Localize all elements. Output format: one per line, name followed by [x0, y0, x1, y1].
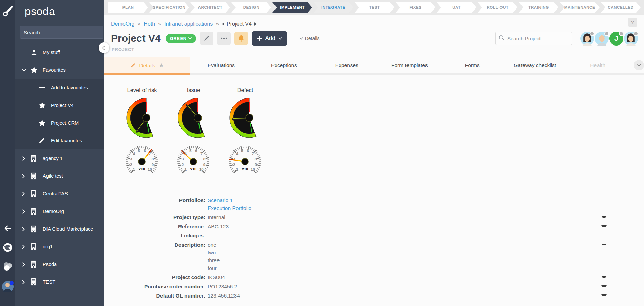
field-dropdown-caret[interactable] [601, 285, 607, 287]
psoda-logo-icon[interactable] [0, 4, 15, 17]
help-button[interactable]: ? [628, 18, 637, 27]
building-icon [30, 225, 38, 233]
avatar-man-2[interactable] [595, 32, 609, 46]
sidebar-collapse-button[interactable] [99, 42, 109, 53]
sidebar: psoda My stuffFavouritesAdd to favourite… [15, 0, 104, 306]
phase-specification[interactable]: SPECIFICATION [149, 2, 189, 13]
phase-uat[interactable]: UAT [437, 2, 476, 13]
field-dropdown-caret[interactable] [601, 216, 607, 218]
tab-forms[interactable]: Forms [441, 57, 504, 73]
breadcrumb-link-intranet-applications[interactable]: Intranet applications [164, 21, 213, 27]
sidebar-org-org1[interactable]: org1 [15, 238, 104, 255]
clusters-icon[interactable] [0, 261, 15, 272]
field-project-type: Project type:Internal [120, 213, 644, 221]
status-badge[interactable]: GREEN [166, 34, 196, 43]
svg-text:5: 5 [241, 149, 243, 153]
risk-fan-gauge [224, 95, 267, 139]
phase-implement[interactable]: IMPLEMENT [272, 2, 312, 13]
field-link-execution-portfolio[interactable]: Execution Portfolio [208, 204, 251, 212]
phase-test[interactable]: TEST [355, 2, 394, 13]
back-arrow-icon[interactable] [0, 224, 15, 232]
project-search [495, 32, 572, 45]
sidebar-search-input[interactable] [20, 26, 103, 39]
sidebar-org-test[interactable]: TEST [15, 273, 104, 291]
details-toggle-label: Details [305, 36, 320, 41]
sidebar-org-agile-test[interactable]: Agile test [15, 167, 104, 185]
phase-fixes[interactable]: FIXES [396, 2, 435, 13]
phase-cancelled[interactable]: CANCELLED [601, 2, 641, 13]
details-toggle[interactable]: Details [300, 36, 320, 41]
phase-maintenance[interactable]: MAINTENANCE [560, 2, 600, 13]
field-label: Reference: [120, 222, 205, 230]
dial-gauge: 12345678910x10 [224, 143, 267, 183]
breadcrumb-link-demoorg[interactable]: DemoOrg [111, 21, 134, 27]
user-avatar[interactable] [0, 281, 15, 293]
avatar-woman-4[interactable] [624, 32, 638, 46]
chevron-down-icon [279, 37, 282, 40]
tab-form-templates[interactable]: Form templates [378, 57, 441, 73]
svg-text:9: 9 [152, 163, 154, 167]
tab-health[interactable]: Health [566, 57, 629, 73]
tab-exceptions[interactable]: Exceptions [252, 57, 315, 73]
project-search-input[interactable] [495, 32, 572, 45]
sidebar-item-my-stuff[interactable]: My stuff [15, 43, 104, 61]
add-button[interactable]: Add [252, 31, 287, 46]
arrow-left-icon [101, 45, 107, 51]
star-icon[interactable]: ★ [159, 62, 164, 69]
sidebar-org-psoda[interactable]: Psoda [15, 255, 104, 273]
field-value: onetwothreefour [208, 241, 220, 272]
phase-plan[interactable]: PLAN [108, 2, 148, 13]
status-dot [633, 31, 638, 36]
field-dropdown-caret[interactable] [601, 276, 607, 278]
globe-icon[interactable] [0, 243, 15, 252]
edit-button[interactable] [200, 32, 213, 45]
chevron-right-icon [22, 280, 27, 284]
breadcrumb-prev-icon[interactable] [222, 22, 224, 26]
field-dropdown-caret[interactable] [601, 244, 607, 245]
notifications-button[interactable] [234, 32, 248, 45]
favourite-item-project-crm[interactable]: Project CRM [15, 114, 104, 132]
sidebar-org-agency-1[interactable]: agency 1 [15, 149, 104, 167]
pencil-icon [204, 35, 210, 41]
field-dropdown-caret[interactable] [601, 225, 607, 227]
tab-evaluations[interactable]: Evaluations [190, 57, 253, 73]
phase-design[interactable]: DESIGN [231, 2, 271, 13]
phase-roll-out[interactable]: ROLL-OUT [478, 2, 517, 13]
breadcrumb-next-icon[interactable] [254, 22, 257, 26]
favourite-item-add-to-favourites[interactable]: Add to favourites [15, 79, 104, 96]
person-icon [30, 49, 38, 56]
sidebar-org-demoorg[interactable]: DemoOrg [15, 202, 104, 220]
avatar-j[interactable]: J [609, 32, 623, 46]
avatar-woman-1[interactable] [580, 32, 594, 46]
field-default-gl-number: Default GL number:123.456.1234 [120, 292, 644, 300]
tab-gateway-checklist[interactable]: Gateway checklist [504, 57, 566, 73]
tabs-overflow-button[interactable] [634, 60, 644, 70]
building-icon [30, 243, 38, 250]
app-logo[interactable]: psoda [15, 0, 104, 18]
field-dropdown-caret[interactable] [601, 294, 607, 296]
sidebar-item-favourites[interactable]: Favourites [15, 61, 104, 79]
favourite-item-project-v4[interactable]: Project V4 [15, 96, 104, 114]
gauges-row: Level of risk12345678910x10Issue12345678… [120, 87, 644, 183]
dial-gauge: 12345678910x10 [120, 143, 164, 183]
gauge-title: Level of risk [127, 87, 157, 93]
more-button[interactable] [217, 32, 231, 45]
phase-integrate[interactable]: INTEGRATE [314, 2, 353, 13]
field-link-scenario-1[interactable]: Scenario 1 [208, 196, 251, 204]
sidebar-org-dia-cloud-marketplace[interactable]: DIA Cloud Marketplace [15, 220, 104, 238]
breadcrumb-separator: » [158, 21, 161, 27]
phase-training[interactable]: TRAINING [519, 2, 558, 13]
svg-text:8: 8 [255, 157, 257, 161]
phase-architect[interactable]: ARCHITECT [190, 2, 230, 13]
ellipsis-icon [221, 37, 227, 39]
breadcrumb-link-hoth[interactable]: Hoth [144, 21, 155, 27]
tab-details[interactable]: Details★ [104, 57, 190, 75]
favourite-item-edit-favourites[interactable]: Edit favourites [15, 132, 104, 149]
building-icon [30, 278, 38, 286]
breadcrumb-current: Project V4 [227, 21, 252, 27]
sidebar-org-centraltas[interactable]: CentralTAS [15, 185, 104, 202]
main-area: PLANSPECIFICATIONARCHITECTDESIGNIMPLEMEN… [104, 0, 644, 306]
gauge-defect: Defect12345678910x10 [224, 87, 267, 183]
tab-expenses[interactable]: Expenses [315, 57, 378, 73]
plus-icon [38, 84, 46, 91]
